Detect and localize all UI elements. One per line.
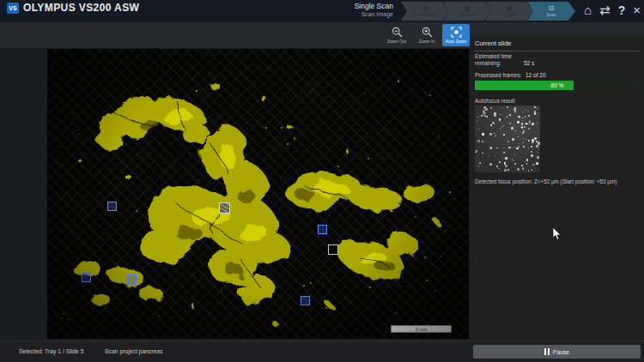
wizard-step-label: Overview [459,12,477,17]
wizard-step-label: Detail [504,12,515,17]
scan-progress-label: 60 % [475,81,640,90]
estimated-time-value: 52 s [524,60,534,66]
scan-frame-marker-current[interactable] [219,202,230,214]
switch-layout-icon[interactable]: ⇄ [599,2,611,19]
selection-status: Selected: Tray 1 / Slide 5 [19,348,84,354]
wizard-step-overview[interactable]: ▦ Overview [443,2,491,21]
wizard-step-detail[interactable]: ▣ Detail [485,2,533,21]
current-slide-panel: Current slide Estimated time remaining: … [471,36,644,341]
scan-icon: ⊡ [549,5,555,12]
help-icon[interactable]: ? [618,2,626,19]
scan-frame-marker[interactable] [127,275,137,284]
panel-header: Current slide [475,39,640,51]
vs-logo-icon: VS [7,3,19,14]
pause-icon [544,348,550,355]
scan-frame-marker[interactable] [107,202,117,211]
zoom-in-button[interactable]: Zoom In [413,24,440,46]
zoom-in-label: Zoom In [419,39,434,44]
fluorescence-tissue-image [47,49,469,339]
scan-frame-marker[interactable] [82,273,91,282]
slide-image-viewport[interactable]: 2 mm [47,49,469,339]
wizard-step-scan[interactable]: ⊡ Scan [527,2,575,21]
wizard-step-scan-project[interactable]: ▤ Scan Project [401,2,449,21]
scan-frame-marker[interactable] [301,296,310,305]
scan-frame-marker[interactable] [318,225,327,234]
auto-zoom-button[interactable]: Auto Zoom [442,24,470,46]
zoom-in-icon [422,27,433,38]
scan-project-status: Scan project pancreas [105,348,163,354]
autofocus-result-label: Autofocus result [475,98,515,104]
zoom-out-icon [392,27,403,38]
scale-bar-label: 2 mm [416,327,428,332]
window-icons: ⌂ ⇄ ? × [584,2,641,19]
close-icon[interactable]: × [633,2,641,19]
application-window: VS OLYMPUS VS200 ASW Single Scan Scan Im… [0,0,644,362]
title-bar: VS OLYMPUS VS200 ASW Single Scan Scan Im… [0,0,644,22]
scan-progress-bar: 60 % [475,81,640,90]
app-title: OLYMPUS VS200 ASW [23,2,139,14]
autofocus-thumbnail [475,106,540,172]
processed-frames-value: 12 of 20 [526,72,546,78]
zoom-out-button[interactable]: Zoom Out [383,24,410,46]
status-bar: Selected: Tray 1 / Slide 5 Scan project … [0,341,644,362]
overview-icon: ▦ [464,5,471,12]
auto-zoom-label: Auto Zoom [446,39,466,44]
processed-frames-label: Processed frames: [475,72,521,78]
auto-zoom-icon [451,27,462,38]
pause-button[interactable]: Pause [473,345,641,359]
scale-bar: 2 mm [391,325,452,333]
wizard-step-label: Scan Project [413,12,437,17]
scan-mode-block: Single Scan Scan Image [355,2,393,17]
home-icon[interactable]: ⌂ [584,2,592,19]
wizard-steps: ▤ Scan Project ▦ Overview ▣ Detail ⊡ Sca… [401,2,569,21]
estimated-time-label: Estimated time remaining: [475,53,528,67]
scan-mode-secondary: Scan Image [355,11,393,17]
scan-project-icon: ▤ [422,5,428,12]
scan-mode-primary: Single Scan [355,2,393,10]
scan-frame-marker-done[interactable] [328,244,338,255]
pause-label: Pause [553,349,569,355]
zoom-out-label: Zoom Out [387,39,406,44]
focus-position-text: Detected focus position: Z=+52 µm (Start… [475,178,641,184]
wizard-step-label: Scan [546,12,556,17]
detail-icon: ▣ [506,5,513,12]
